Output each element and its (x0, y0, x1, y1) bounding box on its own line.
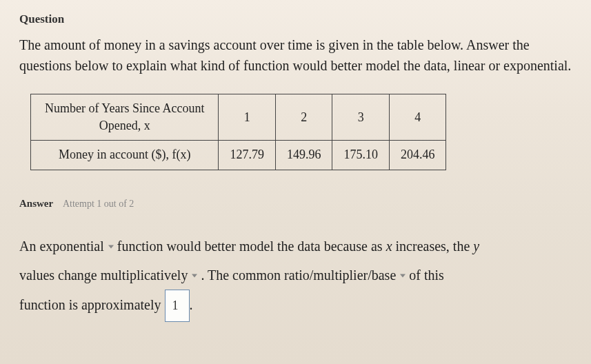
table-cell: 175.10 (332, 141, 390, 170)
row-header-years-line2: Opened, x (99, 119, 150, 132)
change-type-dropdown[interactable]: multiplicatively (101, 261, 198, 290)
ratio-type-dropdown[interactable]: common ratio/multiplier/base (232, 261, 405, 290)
text-segment: . The (197, 267, 232, 283)
answer-body: An exponential function would better mod… (19, 232, 572, 323)
text-segment: values change (19, 267, 101, 283)
table-cell: 127.79 (219, 141, 276, 170)
answer-header: Answer Attempt 1 out of 2 (19, 198, 572, 210)
row-header-years: Number of Years Since Account Opened, x (31, 94, 219, 141)
question-label: Question (19, 12, 572, 26)
text-segment: increases, the (392, 239, 474, 254)
text-segment: function is approximately (19, 297, 165, 312)
table-row: Money in account ($), f(x) 127.79 149.96… (31, 141, 446, 170)
table-cell: 204.46 (389, 141, 446, 170)
table-cell: 4 (389, 94, 446, 141)
text-segment: . (190, 297, 193, 312)
text-segment: An (19, 239, 39, 254)
row-header-years-line1: Number of Years Since Account (45, 101, 204, 115)
table-row: Number of Years Since Account Opened, x … (31, 94, 446, 141)
table-cell: 1 (219, 94, 276, 141)
table-cell: 149.96 (275, 141, 332, 170)
attempt-text: Attempt 1 out of 2 (63, 199, 134, 209)
variable-y: y (473, 239, 479, 254)
text-segment: of this (405, 267, 444, 283)
variable-x: x (386, 239, 392, 254)
text-segment: function would better model the data bec… (114, 239, 386, 254)
row-header-money: Money in account ($), f(x) (31, 141, 219, 170)
table-cell: 3 (332, 94, 390, 141)
function-type-dropdown[interactable]: exponential (39, 232, 113, 261)
answer-label: Answer (19, 198, 53, 209)
data-table: Number of Years Since Account Opened, x … (30, 94, 446, 170)
question-text: The amount of money in a savings account… (19, 34, 572, 76)
table-cell: 2 (275, 94, 332, 141)
ratio-value-input[interactable]: 1 (165, 290, 190, 323)
